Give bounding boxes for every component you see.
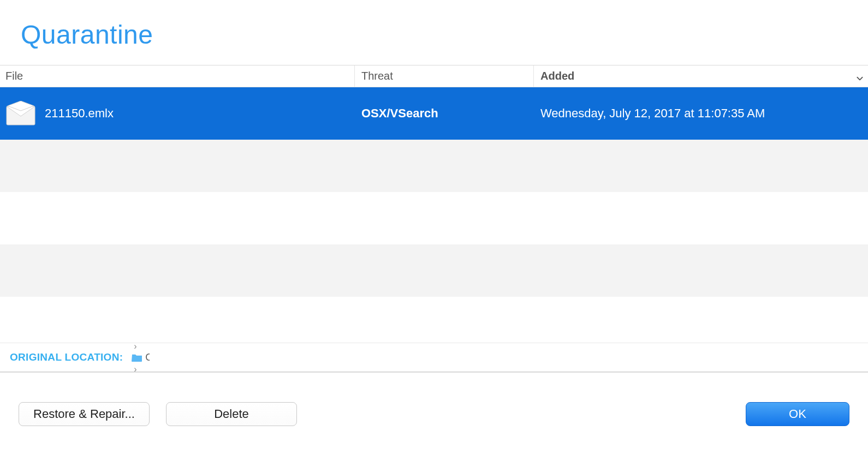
original-location-bar: ORIGINAL LOCATION: justin›L›M›V›B›S›C›D›… [0, 343, 868, 372]
table-header: File Threat Added [0, 65, 868, 87]
empty-row [0, 192, 868, 244]
empty-row [0, 140, 868, 192]
delete-button[interactable]: Delete [166, 402, 297, 426]
column-header-file[interactable]: File [0, 65, 355, 87]
mail-icon [5, 101, 36, 126]
folder-icon [132, 353, 142, 362]
quarantine-table: File Threat Added 211150.emlx OSX/VSearc… [0, 65, 868, 349]
table-row[interactable]: 211150.emlx OSX/VSearch Wednesday, July … [0, 87, 868, 140]
column-header-threat[interactable]: Threat [355, 65, 534, 87]
column-header-added[interactable]: Added [534, 65, 868, 87]
page-title: Quarantine [21, 20, 868, 50]
file-name: 211150.emlx [45, 106, 114, 121]
chevron-right-icon: › [132, 364, 139, 373]
path-crumb[interactable]: C [132, 352, 201, 363]
chevron-down-icon[interactable] [856, 73, 864, 80]
restore-repair-button[interactable]: Restore & Repair... [19, 402, 150, 426]
footer-buttons: Restore & Repair... Delete OK [0, 372, 868, 455]
empty-row [0, 244, 868, 297]
empty-row [0, 297, 868, 349]
threat-name: OSX/VSearch [355, 106, 534, 121]
chevron-right-icon: › [132, 343, 139, 351]
added-date: Wednesday, July 12, 2017 at 11:07:35 AM [534, 106, 868, 121]
original-location-label: ORIGINAL LOCATION: [10, 351, 123, 363]
ok-button[interactable]: OK [746, 402, 849, 426]
